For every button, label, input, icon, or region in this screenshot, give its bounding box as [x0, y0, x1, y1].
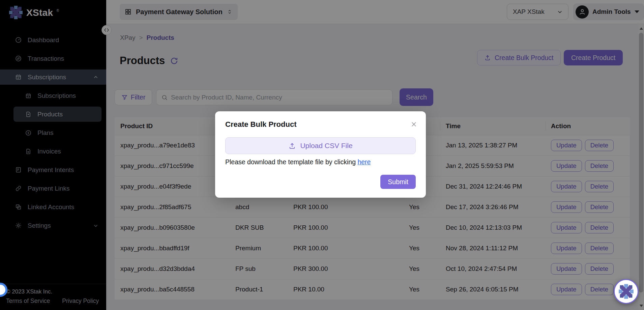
- template-helper-text: Please download the template file by cli…: [225, 158, 416, 166]
- app-window: XStak ® Dashboard Transactions Subscript…: [0, 0, 644, 310]
- upload-csv-label: Upload CSV File: [300, 142, 352, 150]
- template-download-link[interactable]: here: [357, 158, 371, 166]
- submit-button[interactable]: Submit: [380, 175, 416, 189]
- xstak-floating-button[interactable]: [614, 279, 639, 304]
- modal-title: Create Bulk Product: [225, 120, 416, 129]
- xstak-logo-icon: [618, 284, 634, 299]
- close-icon[interactable]: [410, 121, 417, 128]
- upload-csv-dropzone[interactable]: Upload CSV File: [225, 137, 416, 154]
- create-bulk-product-modal: Create Bulk Product Upload CSV File Plea…: [215, 111, 426, 198]
- upload-icon: [288, 142, 296, 150]
- helper-text: Please download the template file by cli…: [225, 158, 356, 166]
